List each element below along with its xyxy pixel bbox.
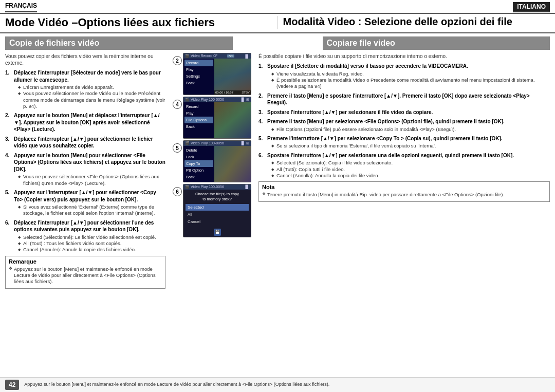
- step-num: 5.: [258, 135, 266, 142]
- bullet-item: All (Tout) : Tous les fichiers vidéo son…: [18, 240, 165, 247]
- bullet-item: Si vous avez sélectionné 'External' (Ext…: [18, 204, 165, 217]
- step-content: Appuyez sur l'interrupteur [▲/▼] pour sé…: [14, 189, 165, 217]
- step-content: Appuyez sur le bouton [Menu] pour sélect…: [14, 152, 165, 186]
- step-bold: Déplacez l'interrupteur [▲/▼] pour sélec…: [14, 220, 154, 233]
- screen-6-label: 6: [173, 187, 182, 196]
- intro-right: È possibile copiare i file video su un s…: [258, 53, 550, 60]
- step-num: 5.: [5, 189, 12, 196]
- footnote-nota: Nota Tenere premuto il tasto [Menu] in m…: [258, 181, 550, 201]
- section-header-row: Copie de fichiers vidéo Copiare file vid…: [0, 36, 555, 50]
- step-item: 1.Spostare il [Selettore di modalità] ve…: [258, 63, 550, 90]
- step-bold: Premere il tasto [Menu] e spostare l'int…: [267, 93, 530, 106]
- screen-2-time: 00:00 / 10:57 STBY: [214, 90, 251, 95]
- bullet-item: L'écran Enregistrement de vidéo apparaît…: [18, 84, 165, 90]
- step-content: Spostare il [Selettore di modalità] vers…: [267, 63, 550, 90]
- dialog-question: Choose the file(s) to copyto memory stic…: [186, 192, 249, 202]
- screen-2-body: Record Play Settings Back 00:00 / 10:57 …: [183, 59, 251, 95]
- menu-record: Record: [184, 60, 213, 66]
- sub-bullets: Vous ne pouvez sélectionner <File Option…: [18, 174, 165, 186]
- step-num: 6.: [258, 152, 266, 159]
- title-left: Mode Vidéo –Options liées aux fichiers: [5, 16, 278, 29]
- menu-settings: Settings: [184, 73, 213, 80]
- lang-french-label: FRANÇAIS: [5, 2, 37, 12]
- screen-6-container: 6 🎬 Video Play 100-0056 ▐▌ Choose the fi…: [183, 184, 251, 237]
- step-item: 4.Appuyez sur le bouton [Menu] pour séle…: [5, 152, 165, 186]
- screen-2: 🎬 Video Record 0F 720 ▐▌ Record Play Set…: [183, 53, 251, 95]
- screen-2-container: 2 🎬 Video Record 0F 720 ▐▌ Record Play S…: [183, 53, 251, 95]
- step-bold: Premere il tasto [Menu] per selezionare …: [267, 119, 505, 124]
- step-item: 6.Déplacez l'interrupteur [▲/▼] pour sél…: [5, 219, 165, 253]
- bullet-item: File Options (Opzioni file) può essere s…: [271, 126, 550, 133]
- step-num: 4.: [5, 152, 12, 159]
- step-num: 4.: [258, 118, 266, 125]
- bullet-item: Cancel (Annulla): Annulla la copia dei f…: [271, 173, 550, 179]
- screen-5-menu: Delete Lock Copy To PB Option Back: [183, 146, 214, 182]
- screen-4-topbar: 🎬 Video Play 100-0056 ▐▌ ⊞: [183, 97, 251, 102]
- step-content: Appuyez sur le bouton [Menu] et déplacez…: [14, 112, 165, 133]
- step-bold: Appuyez sur l'interrupteur [▲/▼] pour sé…: [14, 190, 156, 202]
- screen-5-topbar: 🎬 Video Play 100-0056 ▐▌ ⊞: [183, 141, 251, 146]
- step-num: 2.: [5, 112, 12, 119]
- screen-2-label: 2: [173, 56, 182, 65]
- screen-5: 🎬 Video Play 100-0056 ▐▌ ⊞ Delete Lock C…: [183, 140, 251, 182]
- step-item: 2.Premere il tasto [Menu] e spostare l'i…: [258, 92, 550, 106]
- section-header-left: Copie de fichiers vidéo: [5, 36, 233, 50]
- screen-5-preview: [214, 146, 251, 182]
- screen-2-preview: 00:00 / 10:57 STBY: [214, 59, 251, 95]
- bullet-item: Vous ne pouvez sélectionner <File Option…: [18, 174, 165, 186]
- language-header: FRANÇAIS ITALIANO: [0, 0, 555, 14]
- menu4-play: Play: [184, 110, 213, 117]
- bullet-item: Selected (Selezionato): Copia il file vi…: [271, 160, 550, 166]
- menu5-lock: Lock: [184, 154, 213, 160]
- steps-list-left: 1.Déplacez l'interrupteur [Sélecteur de …: [5, 69, 165, 253]
- sub-bullets: File Options (Opzioni file) può essere s…: [271, 126, 550, 133]
- sub-bullets: Se si seleziona il tipo di memoria 'Este…: [271, 143, 550, 149]
- screen-4-menu: Record Play File Options Back: [183, 102, 214, 138]
- screen-4-label: 4: [173, 100, 182, 109]
- screen-6: 🎬 Video Play 100-0056 ▐▌ Choose the file…: [183, 184, 251, 237]
- screen-5-body: Delete Lock Copy To PB Option Back: [183, 146, 251, 182]
- step-item: 2.Appuyez sur le bouton [Menu] et déplac…: [5, 112, 165, 133]
- step-content: Premere il tasto [Menu] e spostare l'int…: [267, 92, 550, 106]
- sub-bullets: Viene visualizzata la videata Reg. video…: [271, 71, 550, 90]
- bullet-item: Vous pouvez sélectionner le mode Vidéo o…: [18, 90, 165, 109]
- bullet-item: È possibile selezionare la modalità Vide…: [271, 77, 550, 90]
- sub-bullets: Si vous avez sélectionné 'External' (Ext…: [18, 204, 165, 217]
- footnote-item: Appuyez sur le bouton [Menu] et maintene…: [9, 266, 162, 285]
- step-bold: Appuyez sur le bouton [Menu] et déplacez…: [14, 113, 159, 132]
- screens-col: 2 🎬 Video Record 0F 720 ▐▌ Record Play S…: [170, 53, 254, 377]
- footnote-remarque: Remarque Appuyez sur le bouton [Menu] et…: [5, 256, 165, 289]
- footnote-right-title: Nota: [262, 184, 546, 190]
- screen-6-topbar: 🎬 Video Play 100-0056 ▐▌: [183, 184, 251, 190]
- step-bold: Appuyez sur le bouton [Menu] pour sélect…: [14, 153, 165, 172]
- screen-4-body: Record Play File Options Back: [183, 102, 251, 138]
- screen-4-thumbnail: [214, 102, 251, 138]
- screen-5-thumbnail: [214, 146, 251, 182]
- sub-bullets: L'écran Enregistrement de vidéo apparaît…: [18, 84, 165, 109]
- screen-2-thumbnail: [214, 59, 251, 95]
- main-title-row: Mode Vidéo –Options liées aux fichiers M…: [0, 14, 555, 33]
- step-item: 3.Spostare l'interruttore [▲/▼] per sele…: [258, 109, 550, 116]
- menu5-copyto: Copy To: [184, 160, 213, 167]
- step-content: Déplacez l'interrupteur [▲/▼] pour sélec…: [14, 136, 165, 150]
- main-content: Vous pouvez copier des fichiers vidéo ve…: [0, 53, 555, 377]
- menu5-back: Back: [184, 174, 213, 180]
- step-num: 3.: [258, 109, 266, 116]
- section-right-label: Copiare file video: [327, 39, 395, 47]
- menu5-delete: Delete: [184, 147, 213, 154]
- bullet-item: Viene visualizzata la videata Reg. video…: [271, 71, 550, 77]
- step-content: Premere il tasto [Menu] per selezionare …: [267, 118, 550, 133]
- dialog-option-all: All: [186, 211, 249, 218]
- step-content: Spostare l'interruttore [▲/▼] per selezi…: [267, 152, 550, 179]
- menu4-record: Record: [184, 103, 213, 110]
- steps-list-right: 1.Spostare il [Selettore di modalità] ve…: [258, 63, 550, 179]
- title-right: Modalità Video : Selezione delle opzioni…: [278, 16, 550, 29]
- step-content: Spostare l'interruttore [▲/▼] per selezi…: [267, 109, 550, 116]
- bullet-item: Selected (Sélectionné): Le fichier vidéo…: [18, 234, 165, 240]
- footnote-item: Tenere premuto il tasto [Menu] in modali…: [262, 192, 546, 198]
- screen-4-preview: [214, 102, 251, 138]
- step-num: 3.: [5, 136, 12, 143]
- footnote-right-content: Tenere premuto il tasto [Menu] in modali…: [262, 192, 546, 198]
- step-item: 1.Déplacez l'interrupteur [Sélecteur de …: [5, 69, 165, 109]
- step-bold: Spostare l'interruttore [▲/▼] per selezi…: [267, 153, 514, 158]
